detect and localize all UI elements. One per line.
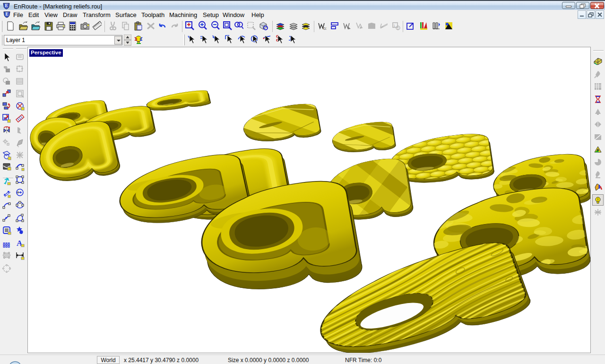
svg-text:1: 1 bbox=[393, 24, 396, 28]
svg-text:E: E bbox=[5, 12, 8, 17]
svg-text:2: 2 bbox=[397, 26, 399, 30]
svg-text:888: 888 bbox=[3, 244, 10, 248]
svg-text:E: E bbox=[5, 3, 8, 8]
svg-text:G1: G1 bbox=[323, 27, 327, 30]
